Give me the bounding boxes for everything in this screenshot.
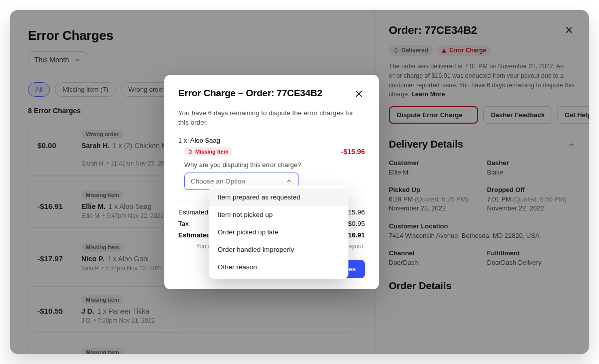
chevron-up-icon bbox=[286, 178, 293, 184]
item-charge-amount: -$15.96 bbox=[341, 148, 365, 156]
dispute-reason-option[interactable]: Item not picked up bbox=[209, 206, 348, 223]
dispute-reason-dropdown: Item prepared as requestedItem not picke… bbox=[209, 185, 348, 279]
dispute-reason-option[interactable]: Item prepared as requested bbox=[209, 188, 348, 206]
select-placeholder: Choose an Option bbox=[191, 178, 245, 185]
close-icon bbox=[354, 89, 364, 99]
modal-subtitle: You have 6 days remaining to dispute the… bbox=[178, 109, 365, 128]
bag-icon bbox=[188, 149, 193, 154]
dispute-item: 1 x Aloo Saag bbox=[178, 137, 365, 144]
dispute-reason-option[interactable]: Order picked up late bbox=[209, 223, 348, 241]
close-modal-button[interactable] bbox=[353, 88, 365, 102]
dispute-question: Why are you disputing this error charge? bbox=[178, 161, 365, 169]
dispute-reason-option[interactable]: Other reason bbox=[209, 258, 348, 276]
missing-item-badge: Missing Item bbox=[184, 147, 232, 156]
dispute-reason-option[interactable]: Order handled improperly bbox=[209, 241, 348, 258]
modal-title: Error Charge – Order: 77CE34B2 bbox=[178, 88, 322, 99]
